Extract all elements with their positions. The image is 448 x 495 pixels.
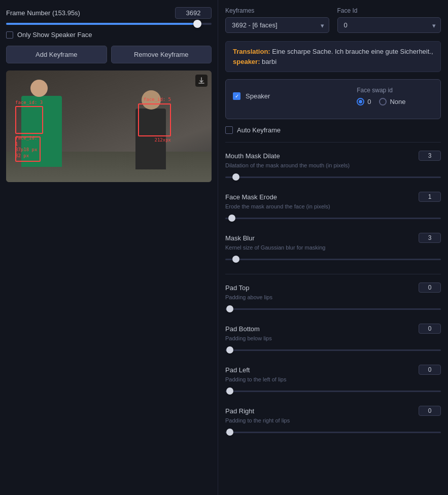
- radio-0-label: 0: [367, 98, 371, 105]
- slider-title: Pad Bottom: [225, 325, 260, 333]
- face-swap-label: Face swap id: [357, 87, 433, 94]
- translation-label: Translation:: [233, 48, 270, 55]
- face-label-3b: 212xpx: [154, 137, 171, 144]
- only-speaker-checkbox[interactable]: [6, 31, 13, 39]
- face-id-select-wrapper[interactable]: 0: [337, 17, 441, 33]
- slider-section: Mask Blur 3 Kernel size of Gaussian blur…: [225, 233, 441, 264]
- pad-sliders: Pad Top 0 Padding above lips Pad Bottom …: [225, 282, 441, 437]
- only-speaker-label: Only Show Speaker Face: [17, 31, 92, 39]
- speaker-row: Speaker Face swap id 0 None: [233, 87, 433, 105]
- person-left-head: [30, 80, 48, 97]
- auto-keyframe-checkbox[interactable]: [225, 126, 233, 134]
- face-box-1: [15, 106, 43, 134]
- translation-text: Eine scharpe Sache. Ich brauche eine gut…: [272, 48, 433, 55]
- frame-number-input[interactable]: [175, 7, 212, 19]
- slider-thumb[interactable]: [226, 305, 233, 312]
- slider-header: Pad Left 0: [225, 365, 441, 375]
- slider-wrap[interactable]: [225, 304, 441, 313]
- frame-number-row: Frame Number (153.95s): [6, 7, 212, 19]
- main-sliders: Mouth Mask Dilate 3 Dilatation of the ma…: [225, 151, 441, 264]
- slider-section: Pad Bottom 0 Padding below lips: [225, 324, 441, 355]
- radio-item-0[interactable]: 0: [357, 98, 371, 105]
- slider-wrap[interactable]: [225, 386, 441, 396]
- slider-header: Face Mask Erode 1: [225, 192, 441, 202]
- left-panel: Frame Number (153.95s) Only Show Speaker…: [0, 0, 218, 495]
- slider-title: Pad Left: [225, 366, 250, 374]
- slider-desc: Padding to the left of lips: [225, 376, 441, 382]
- slider-value[interactable]: 0: [419, 365, 441, 375]
- speaker-card: Speaker Face swap id 0 None: [225, 79, 441, 119]
- slider-value[interactable]: 0: [419, 406, 441, 416]
- radio-0-inner: [359, 100, 362, 103]
- speaker-label: speaker:: [233, 58, 260, 65]
- download-icon[interactable]: [195, 75, 208, 87]
- translation-bar: Translation: Eine scharpe Sache. Ich bra…: [225, 41, 441, 72]
- slider-track: [225, 259, 441, 260]
- radio-item-none[interactable]: None: [379, 98, 405, 105]
- slider-track: [225, 391, 441, 392]
- face-id-select[interactable]: 0: [337, 17, 441, 33]
- slider-section: Pad Left 0 Padding to the left of lips: [225, 365, 441, 396]
- slider-desc: Padding below lips: [225, 335, 441, 341]
- slider-wrap[interactable]: [225, 255, 441, 264]
- slider-thumb[interactable]: [226, 387, 233, 395]
- section-divider-1: [225, 142, 441, 143]
- radio-0-outer: [357, 98, 364, 105]
- slider-header: Pad Right 0: [225, 406, 441, 416]
- face-label-3: face_id: 5: [144, 97, 171, 103]
- radio-row: 0 None: [357, 98, 433, 105]
- slider-section: Face Mask Erode 1 Erode the mask around …: [225, 192, 441, 223]
- frame-slider-fill: [6, 23, 197, 25]
- slider-wrap[interactable]: [225, 214, 441, 223]
- slider-track: [225, 349, 441, 351]
- slider-header: Mask Blur 3: [225, 233, 441, 243]
- face-id-label: Face Id: [337, 7, 441, 14]
- frame-slider-track[interactable]: [6, 23, 212, 25]
- slider-desc: Dilatation of the mask around the mouth …: [225, 162, 441, 168]
- add-keyframe-button[interactable]: Add Keyframe: [6, 46, 107, 63]
- face-box-2: [15, 136, 41, 162]
- right-panel: Keyframes 3692 - [6 faces] Face Id 0 Tra…: [218, 0, 448, 495]
- slider-desc: Padding to the right of lips: [225, 417, 441, 423]
- slider-track: [225, 308, 441, 310]
- slider-value[interactable]: 0: [419, 282, 441, 293]
- radio-none-outer: [379, 98, 387, 105]
- keyframes-group: Keyframes 3692 - [6 faces]: [225, 7, 329, 33]
- slider-value[interactable]: 3: [419, 233, 441, 243]
- button-row: Add Keyframe Remove Keyframe: [6, 46, 212, 63]
- slider-title: Mouth Mask Dilate: [225, 152, 280, 160]
- slider-wrap[interactable]: [225, 428, 441, 437]
- slider-thumb[interactable]: [226, 429, 233, 436]
- slider-title: Pad Top: [225, 284, 249, 292]
- slider-desc: Kernel size of Gaussian blur for masking: [225, 244, 441, 251]
- auto-keyframe-label: Auto Keyframe: [237, 126, 281, 134]
- speaker-name: barbi: [262, 58, 277, 65]
- slider-section: Pad Top 0 Padding above lips: [225, 282, 441, 313]
- keyframes-select-wrapper[interactable]: 3692 - [6 faces]: [225, 17, 329, 33]
- slider-section: Pad Right 0 Padding to the right of lips: [225, 406, 441, 437]
- only-speaker-row: Only Show Speaker Face: [6, 31, 212, 39]
- face-label-1: face_id: 3: [15, 100, 43, 106]
- slider-thumb[interactable]: [226, 346, 233, 353]
- slider-title: Face Mask Erode: [225, 193, 277, 201]
- slider-wrap[interactable]: [225, 172, 441, 182]
- frame-slider-thumb[interactable]: [193, 20, 201, 28]
- keyframes-select[interactable]: 3692 - [6 faces]: [225, 17, 329, 33]
- slider-header: Pad Bottom 0: [225, 324, 441, 334]
- slider-thumb[interactable]: [228, 215, 235, 222]
- keyframes-label: Keyframes: [225, 7, 329, 14]
- slider-value[interactable]: 3: [419, 151, 441, 161]
- slider-value[interactable]: 0: [419, 324, 441, 334]
- video-frame: face_id: 3 face_id:187p18 px32 px face_i…: [6, 70, 212, 182]
- face-box-3: [138, 103, 171, 136]
- remove-keyframe-button[interactable]: Remove Keyframe: [111, 46, 212, 63]
- section-divider-2: [225, 274, 441, 274]
- slider-thumb[interactable]: [232, 173, 239, 181]
- slider-desc: Padding above lips: [225, 294, 441, 300]
- slider-value[interactable]: 1: [419, 192, 441, 202]
- slider-track: [225, 218, 441, 219]
- slider-title: Pad Right: [225, 407, 254, 415]
- slider-thumb[interactable]: [232, 256, 239, 263]
- speaker-checkbox[interactable]: [233, 92, 240, 100]
- slider-wrap[interactable]: [225, 345, 441, 355]
